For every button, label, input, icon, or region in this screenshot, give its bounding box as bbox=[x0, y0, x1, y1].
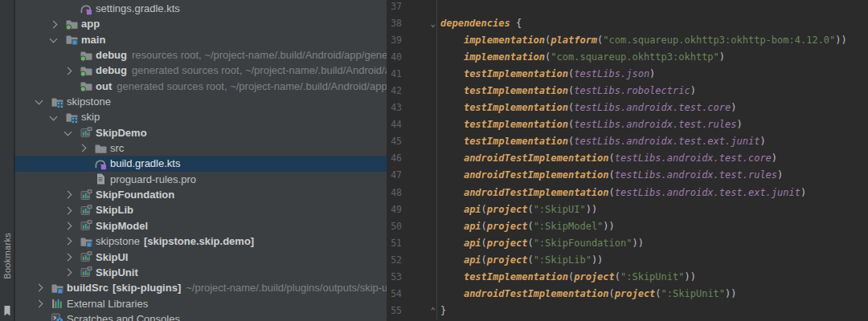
folder-module-group-icon bbox=[65, 111, 78, 124]
module-library-icon bbox=[80, 126, 92, 139]
tree-item-debug[interactable]: debuggenerated sources root, ~/project-n… bbox=[15, 63, 387, 78]
chevron-right-icon[interactable] bbox=[64, 191, 72, 199]
code-line[interactable]: 38⌄dependencies { bbox=[387, 15, 868, 32]
chevron-right-icon[interactable] bbox=[64, 238, 72, 246]
gutter-fold-area bbox=[402, 100, 437, 116]
code-text: } bbox=[437, 303, 446, 319]
tree-item-skipstone[interactable]: skipstone[skipstone.skip.demo] bbox=[15, 234, 387, 249]
tree-item-label: SkipFoundation bbox=[96, 187, 174, 202]
chevron-right-icon[interactable] bbox=[79, 144, 87, 152]
chevron-right-icon[interactable] bbox=[50, 20, 58, 28]
line-number: 43 bbox=[387, 100, 402, 116]
project-tree: settings.gradle.ktsappmaindebugresources… bbox=[15, 0, 387, 321]
code-line[interactable]: 44 testImplementation(testLibs.androidx.… bbox=[387, 116, 868, 133]
tree-item-scratches-and-consoles[interactable]: Scratches and Consoles bbox=[15, 311, 387, 321]
tree-item-skipmodel[interactable]: SkipModel bbox=[15, 218, 387, 234]
bookmark-icon[interactable] bbox=[1, 304, 14, 317]
code-line[interactable]: 54 androidTestImplementation(project(":S… bbox=[387, 286, 868, 303]
tree-item-app[interactable]: app bbox=[15, 16, 387, 31]
chevron-right-icon[interactable] bbox=[64, 67, 72, 75]
code-line[interactable]: 46 androidTestImplementation(testLibs.an… bbox=[387, 150, 868, 167]
code-text: testImplementation(testLibs.androidx.tes… bbox=[437, 100, 737, 116]
folder-module-icon bbox=[65, 33, 78, 46]
chevron-down-icon[interactable] bbox=[35, 97, 43, 105]
code-line[interactable]: 42 testImplementation(testLibs.robolectr… bbox=[387, 83, 868, 100]
code-line[interactable]: 48 androidTestImplementation(testLibs.an… bbox=[387, 185, 868, 201]
code-line[interactable]: 39 implementation(platform("com.squareup… bbox=[387, 32, 868, 49]
gutter-fold-area bbox=[402, 49, 437, 66]
code-line[interactable]: 45 testImplementation(testLibs.androidx.… bbox=[387, 133, 868, 150]
folder-module-icon bbox=[51, 282, 63, 295]
code-line[interactable]: 40 implementation("com.squareup.okhttp3:… bbox=[387, 49, 868, 66]
line-number: 50 bbox=[387, 218, 402, 235]
line-number: 51 bbox=[387, 235, 402, 252]
tree-item-label: skipstone[skipstone.skip.demo] bbox=[96, 234, 254, 249]
gutter-fold-area bbox=[402, 83, 437, 100]
tree-item-build-gradle-kts[interactable]: build.gradle.kts bbox=[15, 156, 387, 171]
tree-item-proguard-rules-pro[interactable]: proguard-rules.pro bbox=[15, 172, 387, 187]
tree-item-skip[interactable]: skip bbox=[15, 109, 387, 124]
tree-item-external-libraries[interactable]: External Libraries bbox=[15, 296, 387, 311]
line-number: 42 bbox=[387, 83, 402, 100]
code-line[interactable]: 53 testImplementation(project(":SkipUnit… bbox=[387, 269, 868, 286]
code-text: androidTestImplementation(testLibs.andro… bbox=[437, 167, 783, 184]
tree-item-annotation: generated sources root, ~/project-name/.… bbox=[132, 64, 387, 76]
line-number: 52 bbox=[387, 252, 402, 269]
tree-item-skiplib[interactable]: SkipLib bbox=[15, 202, 387, 217]
chevron-right-icon[interactable] bbox=[64, 269, 72, 277]
tree-item-main[interactable]: main bbox=[15, 32, 387, 47]
line-number: 44 bbox=[387, 116, 402, 133]
tree-item-label: SkipDemo bbox=[96, 125, 147, 140]
bookmarks-tool-button[interactable]: Bookmarks bbox=[2, 233, 12, 279]
code-line[interactable]: 37 bbox=[387, 0, 868, 15]
gutter-fold-area: ⌃ bbox=[402, 303, 437, 319]
code-line[interactable]: 49 api(project(":SkipUI")) bbox=[387, 201, 868, 218]
code-line[interactable]: 43 testImplementation(testLibs.androidx.… bbox=[387, 100, 868, 116]
gutter-fold-area bbox=[402, 133, 437, 150]
tree-item-qualifier: [skipstone.skip.demo] bbox=[144, 235, 254, 247]
tree-item-skipunit[interactable]: SkipUnit bbox=[15, 265, 387, 280]
code-line[interactable]: 51 api(project(":SkipFoundation")) bbox=[387, 235, 868, 252]
gutter-fold-area bbox=[402, 252, 437, 269]
code-text: androidTestImplementation(testLibs.andro… bbox=[437, 150, 777, 167]
tree-item-label: SkipUI bbox=[96, 250, 128, 265]
chevron-right-icon[interactable] bbox=[64, 222, 72, 230]
tree-item-skipui[interactable]: SkipUI bbox=[15, 250, 387, 265]
tree-item-buildsrc[interactable]: buildSrc[skip-plugins]~/project-name/.bu… bbox=[15, 280, 387, 295]
chevron-right-icon[interactable] bbox=[64, 206, 72, 214]
code-line[interactable]: 50 api(project(":SkipModel")) bbox=[387, 218, 868, 235]
line-number: 55 bbox=[387, 303, 402, 319]
tree-item-debug[interactable]: debugresources root, ~/project-name/.bui… bbox=[15, 47, 387, 63]
code-line[interactable]: 55⌃} bbox=[387, 303, 868, 319]
tree-item-annotation: resources root, ~/project-name/.build/An… bbox=[132, 49, 387, 61]
tree-item-skipfoundation[interactable]: SkipFoundation bbox=[15, 187, 387, 202]
fold-collapse-icon[interactable]: ⌄ bbox=[430, 15, 436, 32]
chevron-right-icon[interactable] bbox=[35, 284, 43, 292]
tree-item-label: proguard-rules.pro bbox=[110, 172, 196, 187]
chevron-down-icon[interactable] bbox=[64, 128, 72, 136]
fold-end-icon[interactable]: ⌃ bbox=[430, 303, 436, 319]
tree-item-src[interactable]: src bbox=[15, 140, 387, 156]
code-line[interactable]: 41 testImplementation(testLibs.json) bbox=[387, 66, 868, 83]
gutter-fold-area bbox=[402, 286, 437, 303]
code-text: testImplementation(testLibs.json) bbox=[437, 66, 655, 83]
tree-item-settings-gradle-kts[interactable]: settings.gradle.kts bbox=[15, 1, 387, 16]
chevron-down-icon[interactable] bbox=[50, 112, 58, 120]
chevron-down-icon[interactable] bbox=[50, 35, 58, 43]
code-line[interactable]: 47 androidTestImplementation(testLibs.an… bbox=[387, 167, 868, 184]
module-library-icon bbox=[80, 219, 92, 232]
tree-item-skipstone[interactable]: skipstone bbox=[15, 94, 387, 109]
gutter-fold-area bbox=[402, 116, 437, 133]
code-editor[interactable]: 3738⌄dependencies {39 implementation(pla… bbox=[387, 0, 868, 321]
tree-item-out[interactable]: outgenerated sources root, ~/project-nam… bbox=[15, 79, 387, 94]
line-number: 53 bbox=[387, 269, 402, 286]
chevron-right-icon[interactable] bbox=[35, 299, 43, 307]
code-text: implementation(platform("com.squareup.ok… bbox=[437, 32, 847, 49]
gutter-fold-area bbox=[402, 150, 437, 167]
module-library-icon bbox=[80, 204, 92, 217]
code-line[interactable]: 52 api(project(":SkipLib")) bbox=[387, 252, 868, 269]
tree-item-qualifier: [skip-plugins] bbox=[113, 282, 181, 294]
line-number: 48 bbox=[387, 185, 402, 201]
tree-item-skipdemo[interactable]: SkipDemo bbox=[15, 125, 387, 140]
chevron-right-icon[interactable] bbox=[64, 253, 72, 261]
